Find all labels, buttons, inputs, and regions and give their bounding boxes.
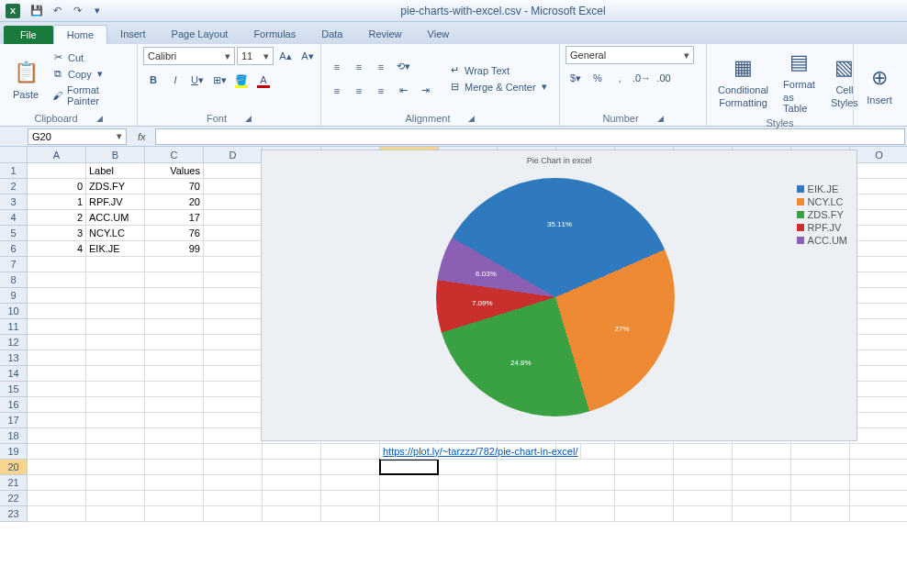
cell-A5[interactable]: 3 <box>28 226 86 241</box>
number-format-select[interactable]: General <box>565 46 694 64</box>
cell-C18[interactable] <box>145 428 204 444</box>
cell-C13[interactable] <box>145 350 204 366</box>
row-header-15[interactable]: 15 <box>0 382 28 397</box>
cell-B7[interactable] <box>86 257 145 272</box>
cell-F23[interactable] <box>321 506 380 522</box>
border-button[interactable]: ⊞▾ <box>209 70 230 90</box>
row-header-3[interactable]: 3 <box>0 194 28 210</box>
cell-G19[interactable]: https://plot.ly/~tarzzz/782/pie-chart-in… <box>380 444 581 460</box>
tab-home[interactable]: Home <box>53 25 107 44</box>
cell-H22[interactable] <box>439 491 498 506</box>
cell-F21[interactable] <box>321 475 380 491</box>
cell-E22[interactable] <box>263 491 321 506</box>
cell-D8[interactable] <box>204 272 263 288</box>
cell-O18[interactable] <box>850 428 907 444</box>
row-header-17[interactable]: 17 <box>0 413 28 428</box>
cell-M19[interactable] <box>733 444 791 460</box>
cell-C4[interactable]: 17 <box>145 210 204 226</box>
cell-A7[interactable] <box>28 257 86 272</box>
cell-L21[interactable] <box>674 475 733 491</box>
cell-A14[interactable] <box>28 366 86 382</box>
cell-D15[interactable] <box>204 382 263 397</box>
cell-O14[interactable] <box>850 366 907 382</box>
row-header-14[interactable]: 14 <box>0 366 28 382</box>
percent-icon[interactable]: % <box>588 68 608 88</box>
cell-O13[interactable] <box>850 350 907 366</box>
tab-file[interactable]: File <box>4 26 53 44</box>
cell-D9[interactable] <box>204 288 263 304</box>
col-header-O[interactable]: O <box>850 147 907 163</box>
font-size-select[interactable]: 11 <box>237 47 274 65</box>
cell-J23[interactable] <box>556 506 615 522</box>
cell-B4[interactable]: ACC.UM <box>86 210 145 226</box>
cell-O7[interactable] <box>850 257 907 272</box>
clipboard-launcher-icon[interactable]: ◢ <box>96 114 103 123</box>
fx-icon[interactable]: fx <box>129 131 155 142</box>
formula-input[interactable] <box>155 128 905 145</box>
cell-L22[interactable] <box>674 491 733 506</box>
cell-B8[interactable] <box>86 272 145 288</box>
cell-A9[interactable] <box>28 288 86 304</box>
cell-C12[interactable] <box>145 335 204 350</box>
cell-D20[interactable] <box>204 460 263 475</box>
row-header-20[interactable]: 20 <box>0 460 28 475</box>
row-header-22[interactable]: 22 <box>0 491 28 506</box>
cell-B10[interactable] <box>86 304 145 319</box>
col-header-D[interactable]: D <box>204 147 263 163</box>
cell-B16[interactable] <box>86 397 145 413</box>
cell-D5[interactable] <box>204 226 263 241</box>
cell-C3[interactable]: 20 <box>145 194 204 210</box>
cell-B5[interactable]: NCY.LC <box>86 226 145 241</box>
cell-O11[interactable] <box>850 319 907 335</box>
cell-O1[interactable] <box>850 163 907 179</box>
cell-N19[interactable] <box>791 444 850 460</box>
cell-K21[interactable] <box>615 475 674 491</box>
align-bottom-icon[interactable]: ≡ <box>371 57 391 77</box>
cell-A21[interactable] <box>28 475 86 491</box>
cell-B3[interactable]: RPF.JV <box>86 194 145 210</box>
cell-B14[interactable] <box>86 366 145 382</box>
cell-B17[interactable] <box>86 413 145 428</box>
cell-E21[interactable] <box>263 475 321 491</box>
align-middle-icon[interactable]: ≡ <box>349 57 369 77</box>
conditional-formatting-button[interactable]: ▦ConditionalFormatting <box>712 51 774 110</box>
cell-O17[interactable] <box>850 413 907 428</box>
cell-K22[interactable] <box>615 491 674 506</box>
cell-A19[interactable] <box>28 444 86 460</box>
cell-D11[interactable] <box>204 319 263 335</box>
cell-B6[interactable]: EIK.JE <box>86 241 145 257</box>
cell-O15[interactable] <box>850 382 907 397</box>
cell-A4[interactable]: 2 <box>28 210 86 226</box>
cell-D23[interactable] <box>204 506 263 522</box>
font-name-select[interactable]: Calibri <box>143 47 235 65</box>
align-right-icon[interactable]: ≡ <box>371 81 391 101</box>
cell-H20[interactable] <box>439 460 498 475</box>
cell-C19[interactable] <box>145 444 204 460</box>
cell-G21[interactable] <box>380 475 439 491</box>
cell-O3[interactable] <box>850 194 907 210</box>
cell-B9[interactable] <box>86 288 145 304</box>
cell-C2[interactable]: 70 <box>145 179 204 194</box>
currency-icon[interactable]: $▾ <box>565 68 586 88</box>
cell-J22[interactable] <box>556 491 615 506</box>
tab-formulas[interactable]: Formulas <box>241 25 308 44</box>
cell-A18[interactable] <box>28 428 86 444</box>
cell-M22[interactable] <box>733 491 791 506</box>
col-header-C[interactable]: C <box>145 147 204 163</box>
cell-O2[interactable] <box>850 179 907 194</box>
fill-color-button[interactable]: 🪣 <box>231 70 252 90</box>
cell-E19[interactable] <box>263 444 321 460</box>
cell-O23[interactable] <box>850 506 907 522</box>
cell-C8[interactable] <box>145 272 204 288</box>
cell-K20[interactable] <box>615 460 674 475</box>
cell-D19[interactable] <box>204 444 263 460</box>
cell-F22[interactable] <box>321 491 380 506</box>
cell-B23[interactable] <box>86 506 145 522</box>
cell-G22[interactable] <box>380 491 439 506</box>
cell-D10[interactable] <box>204 304 263 319</box>
cell-C20[interactable] <box>145 460 204 475</box>
tab-data[interactable]: Data <box>308 25 355 44</box>
cell-D7[interactable] <box>204 257 263 272</box>
row-header-10[interactable]: 10 <box>0 304 28 319</box>
cell-A10[interactable] <box>28 304 86 319</box>
